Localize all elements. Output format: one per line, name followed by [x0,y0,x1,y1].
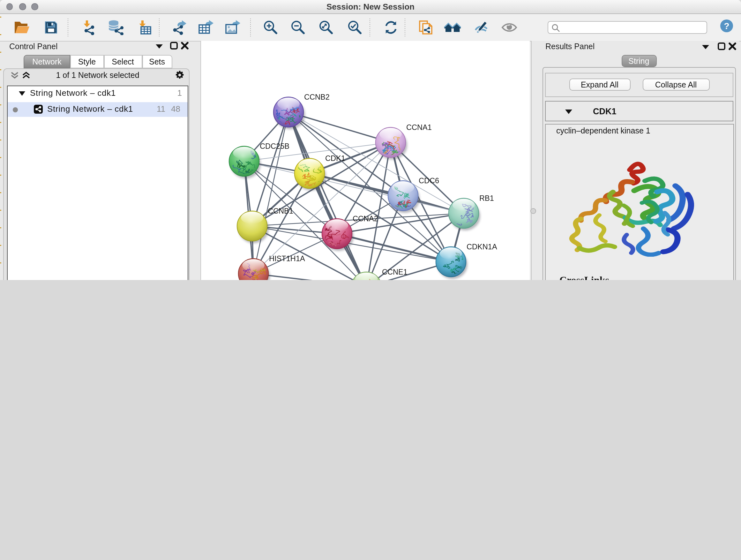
svg-text:CDK1: CDK1 [325,154,345,163]
svg-text:CDC6: CDC6 [419,177,439,185]
svg-text:CCNB2: CCNB2 [304,93,330,101]
svg-text:CCNA1: CCNA1 [406,123,432,132]
svg-text:HIST1H1A: HIST1H1A [269,254,305,263]
svg-text:CCNB1: CCNB1 [268,207,293,215]
svg-text:CCNA2: CCNA2 [353,214,378,223]
svg-text:?: ? [724,21,729,31]
svg-text:CCNE1: CCNE1 [382,268,408,276]
svg-text:CDC25B: CDC25B [260,142,289,150]
svg-text:RB1: RB1 [479,194,494,202]
svg-text:CDKN1A: CDKN1A [467,243,497,251]
